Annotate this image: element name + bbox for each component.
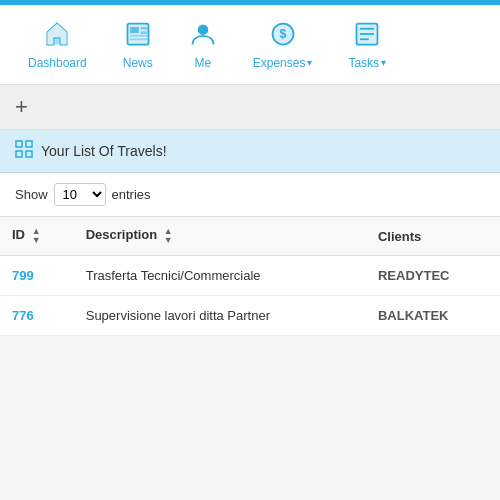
svg-rect-5	[130, 34, 148, 36]
nav-label-expenses: Expenses	[253, 56, 306, 70]
nav-item-dashboard[interactable]: Dashboard	[10, 12, 105, 78]
home-icon	[43, 20, 71, 52]
sort-arrows-id: ▲▼	[32, 227, 41, 245]
show-entries-row: Show 10 25 50 100 entries	[0, 173, 500, 216]
travels-table: ID ▲▼ Description ▲▼ Clients 799Trasfert…	[0, 216, 500, 336]
nav-item-me[interactable]: Me	[171, 12, 235, 78]
svg-rect-6	[130, 38, 148, 40]
col-id[interactable]: ID ▲▼	[0, 217, 74, 256]
cell-client: READYTEC	[366, 256, 500, 296]
show-label: Show	[15, 187, 48, 202]
expenses-arrow-icon: ▾	[307, 57, 312, 68]
cell-client: BALKATEK	[366, 296, 500, 336]
add-travel-button[interactable]: +	[15, 96, 28, 118]
cell-id: 776	[0, 296, 74, 336]
cell-id: 799	[0, 256, 74, 296]
svg-point-7	[197, 24, 208, 35]
table-row: 776Supervisione lavori ditta PartnerBALK…	[0, 296, 500, 336]
expenses-label-row: Expenses ▾	[253, 56, 313, 70]
svg-rect-17	[26, 151, 32, 157]
dollar-icon: $	[269, 20, 297, 52]
grid-icon	[15, 140, 33, 162]
cell-description: Trasferta Tecnici/Commerciale	[74, 256, 366, 296]
entries-label: entries	[112, 187, 151, 202]
nav-label-me: Me	[194, 56, 211, 70]
nav-label-tasks: Tasks	[348, 56, 379, 70]
nav-label-dashboard: Dashboard	[28, 56, 87, 70]
svg-text:$: $	[279, 27, 286, 41]
user-icon	[189, 20, 217, 52]
sub-bar: +	[0, 85, 500, 130]
cell-description: Supervisione lavori ditta Partner	[74, 296, 366, 336]
svg-rect-3	[140, 27, 147, 30]
nav-item-news[interactable]: News	[105, 12, 171, 78]
news-icon	[124, 20, 152, 52]
list-icon	[353, 20, 381, 52]
svg-rect-16	[16, 151, 22, 157]
nav-item-tasks[interactable]: Tasks ▾	[330, 12, 404, 78]
table-header-row: ID ▲▼ Description ▲▼ Clients	[0, 217, 500, 256]
col-clients: Clients	[366, 217, 500, 256]
svg-rect-15	[26, 141, 32, 147]
svg-rect-4	[140, 31, 147, 34]
sort-arrows-desc: ▲▼	[164, 227, 173, 245]
nav-item-expenses[interactable]: $ Expenses ▾	[235, 12, 331, 78]
svg-rect-0	[54, 37, 61, 44]
travel-list-header: Your List Of Travels!	[0, 130, 500, 173]
col-description[interactable]: Description ▲▼	[74, 217, 366, 256]
svg-rect-2	[130, 27, 139, 33]
tasks-arrow-icon: ▾	[381, 57, 386, 68]
nav-label-news: News	[123, 56, 153, 70]
table-row: 799Trasferta Tecnici/CommercialeREADYTEC	[0, 256, 500, 296]
entries-select[interactable]: 10 25 50 100	[54, 183, 106, 206]
main-nav: Dashboard News Me	[0, 5, 500, 85]
tasks-label-row: Tasks ▾	[348, 56, 386, 70]
svg-rect-14	[16, 141, 22, 147]
travel-list-title: Your List Of Travels!	[41, 143, 167, 159]
